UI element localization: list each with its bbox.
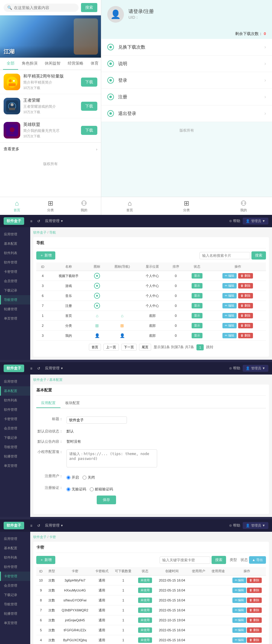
right-nav-home[interactable]: ⌂ 首页: [101, 197, 158, 215]
radio-close-input[interactable]: [83, 476, 86, 480]
del-btn-3[interactable]: 🗑 删除: [247, 598, 262, 603]
sidebar-member-mgmt-1[interactable]: 会员管理: [0, 276, 30, 286]
download-btn-honor[interactable]: 下载: [81, 102, 97, 111]
del-btn-3[interactable]: 🗑 删除: [247, 627, 262, 633]
sidebar-card-mgmt-2[interactable]: 卡密管理: [0, 414, 30, 424]
sidebar-app-mgmt-1[interactable]: 应用管理: [0, 230, 30, 239]
add-btn-3[interactable]: ＋ 新增: [36, 556, 55, 564]
sidebar-basic-config-2[interactable]: 基本配置: [0, 386, 30, 396]
radio-no-captcha-input[interactable]: [66, 487, 70, 491]
sidebar-basic-config-3[interactable]: 基本配置: [0, 544, 30, 553]
sidebar-nav-mgmt-3[interactable]: 导航管理: [0, 600, 30, 609]
edit-btn-3[interactable]: ✏ 编辑: [232, 637, 247, 643]
delete-btn[interactable]: 🗑 删除: [238, 293, 253, 298]
admin-nav-menu-2[interactable]: ≡: [30, 366, 32, 371]
nav-item-category[interactable]: ⊞ 分类: [34, 197, 67, 215]
page-first-1[interactable]: 首页: [89, 344, 101, 351]
admin-nav-app-2[interactable]: 应用管理: [45, 366, 63, 371]
download-btn-peace[interactable]: 下载: [81, 78, 97, 87]
cat-tab-sports[interactable]: 体育: [87, 58, 101, 70]
search-button[interactable]: 搜索: [81, 3, 97, 12]
menu-item-desc[interactable]: 说明 ›: [101, 56, 272, 72]
menu-item-logout[interactable]: 退出登录 ›: [101, 105, 272, 122]
sidebar-software-list-2[interactable]: 软件列表: [0, 396, 30, 405]
download-btn-lol[interactable]: 下载: [81, 126, 97, 135]
search-input-1[interactable]: [199, 252, 250, 259]
search-btn-3[interactable]: 搜索: [212, 556, 226, 564]
edit-btn-3[interactable]: ✏ 编辑: [232, 607, 247, 613]
radio-close[interactable]: 关闭: [83, 475, 95, 480]
del-btn-3[interactable]: 🗑 删除: [247, 578, 262, 583]
sidebar-software-list-3[interactable]: 软件列表: [0, 553, 30, 562]
sidebar-download-history-3[interactable]: 下载记录: [0, 590, 30, 600]
menu-item-login[interactable]: 登录 ›: [101, 72, 272, 89]
right-nav-category[interactable]: ⊞ 分类: [158, 197, 215, 215]
export-btn[interactable]: ▲ 导出: [249, 556, 266, 564]
del-btn-3[interactable]: 🗑 删除: [247, 607, 262, 613]
nav-item-mine[interactable]: ⚇ 我的: [67, 197, 101, 215]
del-btn-3[interactable]: 🗑 删除: [247, 617, 262, 623]
view-more[interactable]: 查看更多 ›: [0, 142, 101, 155]
search-input-3[interactable]: [160, 556, 210, 564]
admin-user-btn-1[interactable]: 👤 管理员 ▼: [243, 218, 268, 225]
delete-btn[interactable]: 🗑 删除: [238, 303, 253, 308]
sidebar-card-mgmt-1[interactable]: 卡密管理: [0, 267, 30, 276]
cat-tab-all[interactable]: 全部: [3, 58, 18, 70]
sidebar-carousel-2[interactable]: 轮播管理: [0, 452, 30, 461]
edit-btn[interactable]: ✏ 编辑: [222, 333, 237, 338]
delete-btn[interactable]: 🗑 删除: [238, 273, 253, 279]
page-next-1[interactable]: 下一页: [121, 344, 137, 351]
del-btn-3[interactable]: 🗑 删除: [247, 588, 262, 593]
edit-btn[interactable]: ✏ 编辑: [222, 313, 237, 318]
edit-btn-3[interactable]: ✏ 编辑: [232, 578, 247, 583]
add-btn-1[interactable]: ＋ 新增: [36, 251, 55, 260]
save-btn[interactable]: 保存: [97, 496, 116, 504]
menu-item-register[interactable]: 注册 ›: [101, 89, 272, 105]
sidebar-basic-config-1[interactable]: 基本配置: [0, 239, 30, 248]
edit-btn[interactable]: ✏ 编辑: [222, 283, 237, 289]
admin-nav-menu-3[interactable]: ≡: [30, 524, 32, 528]
page-num-1[interactable]: 1: [196, 344, 204, 350]
sidebar-carousel-3[interactable]: 轮播管理: [0, 609, 30, 618]
sidebar-carousel-mgmt-1[interactable]: 轮播管理: [0, 304, 30, 314]
edit-btn-3[interactable]: ✏ 编辑: [232, 627, 247, 633]
admin-user-btn-3[interactable]: 👤 管理员 ▼: [243, 522, 268, 529]
sidebar-download-history-1[interactable]: 下载记录: [0, 286, 30, 295]
delete-btn[interactable]: 🗑 删除: [238, 333, 253, 338]
edit-btn[interactable]: ✏ 编辑: [222, 273, 237, 279]
sidebar-card-mgmt-3[interactable]: 卡密管理: [0, 572, 30, 581]
cat-tab-rpg[interactable]: 角色扮演: [18, 58, 41, 70]
search-btn-1[interactable]: 搜索: [251, 251, 266, 260]
menu-item-exchange[interactable]: 兑换下载次数 ›: [101, 39, 272, 56]
page-prev-1[interactable]: 上一页: [103, 344, 119, 351]
admin-nav-refresh[interactable]: ↺: [37, 219, 40, 223]
sidebar-software-list-1[interactable]: 软件列表: [0, 248, 30, 258]
sidebar-software-mgmt-3[interactable]: 软件管理: [0, 562, 30, 572]
cat-tab-casual[interactable]: 休闲益智: [41, 58, 64, 70]
radio-no-captcha[interactable]: 无验证码: [66, 487, 86, 492]
sidebar-nav-mgmt-2[interactable]: 导航管理: [0, 442, 30, 452]
sidebar-page-mgmt-3[interactable]: 单页管理: [0, 618, 30, 628]
edit-btn[interactable]: ✏ 编辑: [222, 323, 237, 328]
sidebar-page-mgmt-1[interactable]: 单页管理: [0, 314, 30, 323]
search-input[interactable]: [14, 5, 75, 10]
sidebar-app-mgmt-3[interactable]: 应用管理: [0, 534, 30, 544]
sidebar-member-mgmt-2[interactable]: 会员管理: [0, 424, 30, 433]
sidebar-app-mgmt-2[interactable]: 应用管理: [0, 377, 30, 386]
radio-open[interactable]: 开启: [66, 475, 79, 480]
admin-nav-refresh-3[interactable]: ↺: [37, 524, 40, 528]
sidebar-nav-mgmt-1[interactable]: 导航管理: [0, 295, 30, 304]
radio-email-captcha[interactable]: 邮箱验证码: [90, 487, 113, 492]
admin-user-btn-2[interactable]: 👤 管理员 ▼: [243, 365, 268, 372]
sidebar-member-mgmt-3[interactable]: 会员管理: [0, 581, 30, 590]
radio-open-input[interactable]: [66, 476, 70, 480]
admin-nav-menu[interactable]: ≡: [30, 219, 32, 223]
form-input-title[interactable]: [66, 416, 127, 424]
search-input-wrap[interactable]: 🔍: [4, 4, 79, 12]
delete-btn[interactable]: 🗑 删除: [238, 313, 253, 318]
sub-tab-block-config[interactable]: 板块配置: [60, 399, 85, 408]
del-btn-3[interactable]: 🗑 删除: [247, 637, 262, 643]
sidebar-software-mgmt-2[interactable]: 软件管理: [0, 405, 30, 414]
edit-btn-3[interactable]: ✏ 编辑: [232, 617, 247, 623]
edit-btn-3[interactable]: ✏ 编辑: [232, 588, 247, 593]
